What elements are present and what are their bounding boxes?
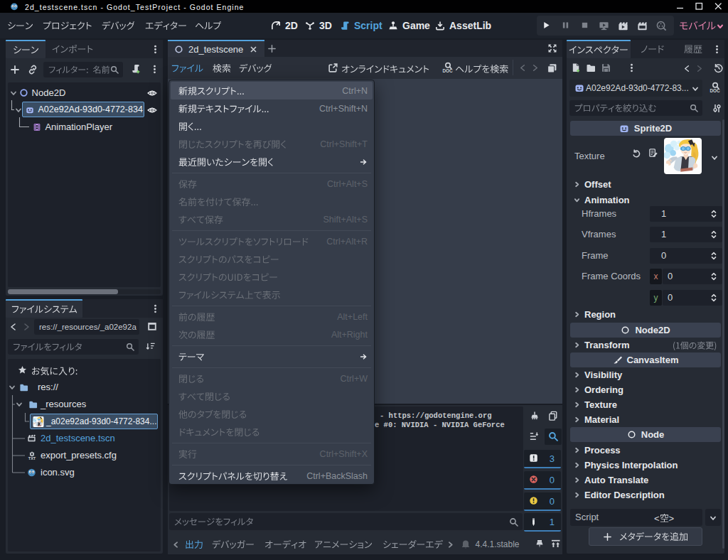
svg-text:TXT: TXT [28, 456, 36, 461]
svg-text:DOC: DOC [710, 88, 720, 93]
svg-text:DOC: DOC [442, 68, 453, 73]
